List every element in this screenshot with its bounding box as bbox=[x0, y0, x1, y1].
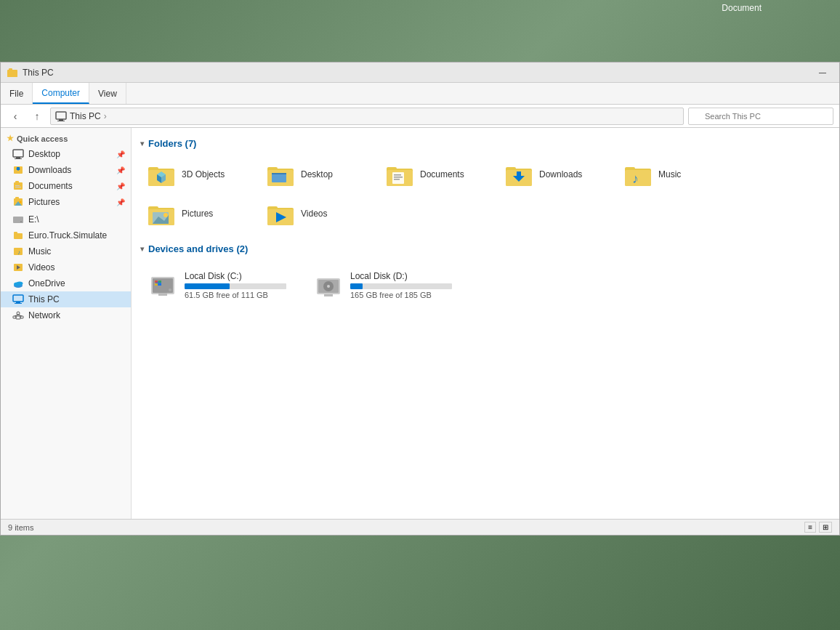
sidebar-item-network[interactable]: Network bbox=[1, 307, 131, 323]
sidebar-item-documents[interactable]: Documents 📌 bbox=[1, 178, 131, 194]
status-items: 9 items bbox=[8, 523, 33, 532]
sidebar-item-thispc[interactable]: This PC bbox=[1, 291, 131, 307]
svg-rect-33 bbox=[15, 303, 22, 304]
svg-rect-55 bbox=[394, 174, 401, 176]
svg-rect-11 bbox=[17, 167, 20, 170]
folder-desktop[interactable]: Desktop bbox=[259, 156, 376, 193]
status-bar: 9 items ≡ ⊞ bbox=[1, 519, 839, 535]
drive-d-info: Local Disk (D:) 165 GB free of 185 GB bbox=[350, 271, 458, 299]
drives-chevron: ▾ bbox=[140, 245, 144, 253]
svg-rect-15 bbox=[15, 187, 21, 187]
folder-videos[interactable]: Videos bbox=[259, 195, 376, 232]
svg-point-72 bbox=[163, 213, 168, 217]
explorer-icon bbox=[7, 67, 18, 78]
folders-section-header[interactable]: ▾ Folders (7) bbox=[140, 138, 831, 149]
drive-d-free: 165 GB free of 185 GB bbox=[350, 291, 458, 299]
svg-rect-20 bbox=[13, 217, 23, 223]
folder-documents-icon bbox=[385, 161, 414, 187]
svg-rect-54 bbox=[392, 172, 404, 184]
svg-rect-14 bbox=[15, 185, 20, 186]
pin-icon: 📌 bbox=[116, 150, 125, 158]
sidebar-item-onedrive[interactable]: OneDrive bbox=[1, 275, 131, 291]
tab-file[interactable]: File bbox=[1, 83, 33, 104]
drive-d[interactable]: Local Disk (D:) 165 GB free of 185 GB bbox=[306, 262, 466, 309]
network-label: Network bbox=[28, 310, 60, 320]
network-icon bbox=[12, 310, 24, 321]
window-title: This PC bbox=[23, 68, 807, 78]
folder-pictures-label: Pictures bbox=[182, 209, 213, 219]
up-button[interactable]: ↑ bbox=[28, 108, 46, 125]
svg-rect-1 bbox=[7, 71, 17, 77]
drive-d-bar-bg bbox=[350, 283, 452, 289]
svg-rect-13 bbox=[15, 181, 19, 183]
svg-rect-34 bbox=[16, 316, 20, 319]
svg-rect-90 bbox=[324, 294, 333, 296]
quick-access-label: Quick access bbox=[17, 134, 68, 143]
drive-c-icon bbox=[148, 271, 177, 300]
onedrive-icon bbox=[12, 278, 24, 289]
drive-c[interactable]: Local Disk (C:) 61.5 GB free of 111 GB bbox=[140, 262, 300, 309]
drive-c-name: Local Disk (C:) bbox=[185, 271, 292, 281]
svg-rect-7 bbox=[16, 157, 20, 158]
svg-rect-57 bbox=[394, 179, 400, 180]
folder-documents[interactable]: Documents bbox=[379, 156, 495, 193]
quick-access-header[interactable]: ★ Quick access bbox=[1, 131, 131, 146]
folders-label: Folders (7) bbox=[148, 138, 196, 149]
drives-label: Devices and drives (2) bbox=[148, 243, 248, 254]
tab-computer[interactable]: Computer bbox=[33, 83, 89, 104]
quick-access-section: ★ Quick access Desktop 📌 bbox=[1, 131, 131, 210]
folder-downloads[interactable]: Downloads bbox=[498, 156, 614, 193]
drive-c-info: Local Disk (C:) 61.5 GB free of 111 GB bbox=[185, 271, 292, 299]
folder-downloads-label: Downloads bbox=[539, 169, 582, 179]
list-view-button[interactable]: ≡ bbox=[804, 522, 816, 533]
sidebar-item-eurotruck[interactable]: Euro.Truck.Simulate bbox=[1, 227, 131, 243]
sidebar-item-desktop[interactable]: Desktop 📌 bbox=[1, 146, 131, 162]
svg-rect-6 bbox=[13, 150, 23, 157]
svg-point-19 bbox=[20, 201, 22, 203]
back-button[interactable]: ‹ bbox=[7, 108, 24, 125]
search-wrapper: 🔍 bbox=[688, 108, 833, 125]
sidebar-item-downloads[interactable]: Downloads 📌 bbox=[1, 162, 131, 178]
svg-rect-79 bbox=[158, 293, 167, 296]
pin-icon-2: 📌 bbox=[116, 166, 125, 174]
drive-c-free: 61.5 GB free of 111 GB bbox=[185, 291, 292, 299]
music-sidebar-icon: ♪ bbox=[12, 246, 24, 257]
svg-text:♪: ♪ bbox=[17, 249, 20, 256]
folder-music[interactable]: ♪ Music bbox=[617, 156, 733, 193]
svg-rect-85 bbox=[158, 283, 161, 286]
svg-rect-56 bbox=[394, 177, 403, 178]
grid-view-button[interactable]: ⊞ bbox=[819, 522, 832, 533]
sidebar-item-music[interactable]: ♪ Music bbox=[1, 243, 131, 259]
svg-point-89 bbox=[327, 285, 330, 288]
tab-view[interactable]: View bbox=[89, 83, 126, 104]
sidebar-item-e-drive[interactable]: E:\ bbox=[1, 211, 131, 227]
folder-documents-label: Documents bbox=[420, 169, 464, 179]
folder-music-label: Music bbox=[658, 169, 681, 179]
svg-text:♪: ♪ bbox=[632, 171, 639, 186]
address-path[interactable]: This PC › bbox=[50, 108, 684, 125]
title-bar-icons bbox=[7, 67, 18, 78]
videos-sidebar-icon bbox=[12, 262, 24, 273]
downloads-sidebar-icon bbox=[12, 164, 24, 176]
sidebar-item-pictures[interactable]: Pictures 📌 bbox=[1, 194, 131, 210]
documents-label: Documents bbox=[28, 181, 73, 191]
svg-rect-4 bbox=[59, 119, 63, 121]
svg-rect-5 bbox=[57, 121, 65, 121]
folder-pictures[interactable]: Pictures bbox=[140, 195, 257, 232]
search-input[interactable] bbox=[688, 108, 833, 125]
pictures-sidebar-icon bbox=[12, 196, 24, 208]
drive-d-name: Local Disk (D:) bbox=[350, 271, 458, 281]
folder-3dobjects-icon bbox=[147, 161, 176, 187]
folder-3dobjects-label: 3D Objects bbox=[182, 169, 225, 179]
drives-section-header[interactable]: ▾ Devices and drives (2) bbox=[140, 243, 831, 254]
sidebar-item-videos[interactable]: Videos bbox=[1, 259, 131, 275]
folder-downloads-icon bbox=[504, 161, 533, 187]
minimize-button[interactable]: ─ bbox=[812, 65, 833, 80]
desktop-icon bbox=[12, 148, 24, 160]
top-hint: Document bbox=[716, 0, 767, 16]
address-bar: ‹ ↑ This PC › 🔍 bbox=[1, 105, 839, 128]
title-bar: This PC ─ bbox=[1, 62, 839, 83]
folder-3dobjects[interactable]: 3D Objects bbox=[140, 156, 257, 193]
svg-rect-36 bbox=[20, 316, 23, 318]
sidebar: ★ Quick access Desktop 📌 bbox=[1, 128, 132, 519]
